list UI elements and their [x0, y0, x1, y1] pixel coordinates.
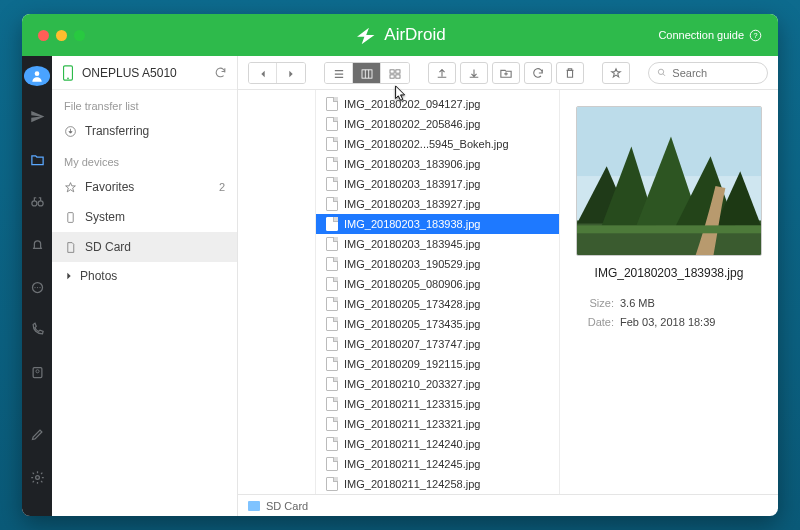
contacts-icon[interactable] [22, 361, 52, 384]
file-row[interactable]: IMG_20180202_205846.jpg [316, 114, 559, 134]
search-box[interactable] [648, 62, 768, 84]
preview-date: Feb 03, 2018 18:39 [620, 316, 715, 328]
file-name: IMG_20180203_183927.jpg [344, 198, 480, 210]
nav-forward-button[interactable] [277, 63, 305, 84]
airdroid-logo-icon [354, 24, 376, 46]
refresh-button[interactable] [524, 62, 552, 84]
file-row[interactable]: IMG_20180203_183938.jpg [316, 214, 559, 234]
file-row[interactable]: IMG_20180211_124245.jpg [316, 454, 559, 474]
file-name: IMG_20180205_080906.jpg [344, 278, 480, 290]
svg-point-11 [35, 475, 39, 479]
file-row[interactable]: IMG_20180211_123315.jpg [316, 394, 559, 414]
file-name: IMG_20180211_123315.jpg [344, 398, 480, 410]
svg-point-10 [35, 369, 38, 372]
file-icon [326, 457, 338, 471]
refresh-icon[interactable] [214, 66, 227, 79]
file-icon [326, 317, 338, 331]
connection-guide-link[interactable]: Connection guide ? [658, 29, 762, 42]
file-icon [326, 337, 338, 351]
edit-icon[interactable] [22, 423, 52, 446]
view-list-button[interactable] [325, 63, 353, 84]
file-name: IMG_20180202_205846.jpg [344, 118, 480, 130]
file-name: IMG_20180211_124245.jpg [344, 458, 480, 470]
settings-icon[interactable] [22, 466, 52, 489]
avatar[interactable] [24, 66, 50, 86]
send-icon[interactable] [22, 106, 52, 129]
bell-icon[interactable] [22, 233, 52, 256]
file-icon [326, 137, 338, 151]
file-row[interactable]: IMG_20180211_124258.jpg [316, 474, 559, 494]
file-row[interactable]: IMG_20180203_183927.jpg [316, 194, 559, 214]
favorite-button[interactable] [602, 62, 630, 84]
file-icon [326, 437, 338, 451]
file-icon [326, 157, 338, 171]
file-row[interactable]: IMG_20180205_173435.jpg [316, 314, 559, 334]
preview-filename: IMG_20180203_183938.jpg [595, 266, 744, 280]
svg-text:?: ? [753, 30, 757, 39]
nav-favorites[interactable]: Favorites 2 [52, 172, 237, 202]
file-row[interactable]: IMG_20180211_123321.jpg [316, 414, 559, 434]
nav-sdcard[interactable]: SD Card [52, 232, 237, 262]
file-row[interactable]: IMG_20180205_173428.jpg [316, 294, 559, 314]
titlebar: AirDroid Connection guide ? [22, 14, 778, 56]
file-icon [326, 177, 338, 191]
view-columns-button[interactable] [353, 63, 381, 84]
nav-system[interactable]: System [52, 202, 237, 232]
file-row[interactable]: IMG_20180202_094127.jpg [316, 94, 559, 114]
file-icon [326, 277, 338, 291]
file-name: IMG_20180205_173435.jpg [344, 318, 480, 330]
status-path: SD Card [266, 500, 308, 512]
svg-rect-20 [396, 74, 400, 77]
file-row[interactable]: IMG_20180202...5945_Bokeh.jpg [316, 134, 559, 154]
file-icon [326, 397, 338, 411]
file-name: IMG_20180202...5945_Bokeh.jpg [344, 138, 509, 150]
file-icon [326, 357, 338, 371]
new-folder-button[interactable] [492, 62, 520, 84]
view-grid-button[interactable] [381, 63, 409, 84]
svg-rect-25 [577, 225, 761, 233]
file-name: IMG_20180202_094127.jpg [344, 98, 480, 110]
file-row[interactable]: IMG_20180205_080906.jpg [316, 274, 559, 294]
device-header: ONEPLUS A5010 [52, 56, 237, 90]
maximize-button[interactable] [74, 30, 85, 41]
file-row[interactable]: IMG_20180203_190529.jpg [316, 254, 559, 274]
phone-icon [62, 65, 74, 81]
svg-point-6 [34, 286, 35, 287]
tree-photos[interactable]: Photos [52, 262, 237, 290]
nav-back-button[interactable] [249, 63, 277, 84]
upload-button[interactable] [428, 62, 456, 84]
preview-meta: Size:3.6 MB Date:Feb 03, 2018 18:39 [576, 294, 762, 331]
app-title: AirDroid [354, 24, 445, 46]
file-row[interactable]: IMG_20180203_183945.jpg [316, 234, 559, 254]
svg-point-21 [658, 69, 663, 74]
preview-size: 3.6 MB [620, 297, 655, 309]
file-row[interactable]: IMG_20180211_124240.jpg [316, 434, 559, 454]
file-icon [326, 117, 338, 131]
file-row[interactable]: IMG_20180209_192115.jpg [316, 354, 559, 374]
files-icon[interactable] [22, 148, 52, 171]
file-row[interactable]: IMG_20180203_183917.jpg [316, 174, 559, 194]
file-name: IMG_20180209_192115.jpg [344, 358, 480, 370]
file-row[interactable]: IMG_20180203_183906.jpg [316, 154, 559, 174]
file-row[interactable]: IMG_20180207_173747.jpg [316, 334, 559, 354]
svg-point-13 [67, 77, 69, 79]
file-row[interactable]: IMG_20180210_203327.jpg [316, 374, 559, 394]
file-list[interactable]: IMG_20180202_094127.jpgIMG_20180202_2058… [316, 90, 560, 494]
section-transfer-label: File transfer list [52, 90, 237, 116]
binoculars-icon[interactable] [22, 191, 52, 214]
download-button[interactable] [460, 62, 488, 84]
main-panel: IMG_20180202_094127.jpgIMG_20180202_2058… [238, 56, 778, 516]
file-icon [326, 377, 338, 391]
close-button[interactable] [38, 30, 49, 41]
file-icon [326, 217, 338, 231]
delete-button[interactable] [556, 62, 584, 84]
search-input[interactable] [672, 67, 759, 79]
message-icon[interactable] [22, 276, 52, 299]
window-controls [38, 30, 85, 41]
statusbar: SD Card [238, 494, 778, 516]
preview-thumbnail [576, 106, 762, 256]
call-icon[interactable] [22, 318, 52, 341]
file-icon [326, 257, 338, 271]
nav-transferring[interactable]: Transferring [52, 116, 237, 146]
minimize-button[interactable] [56, 30, 67, 41]
